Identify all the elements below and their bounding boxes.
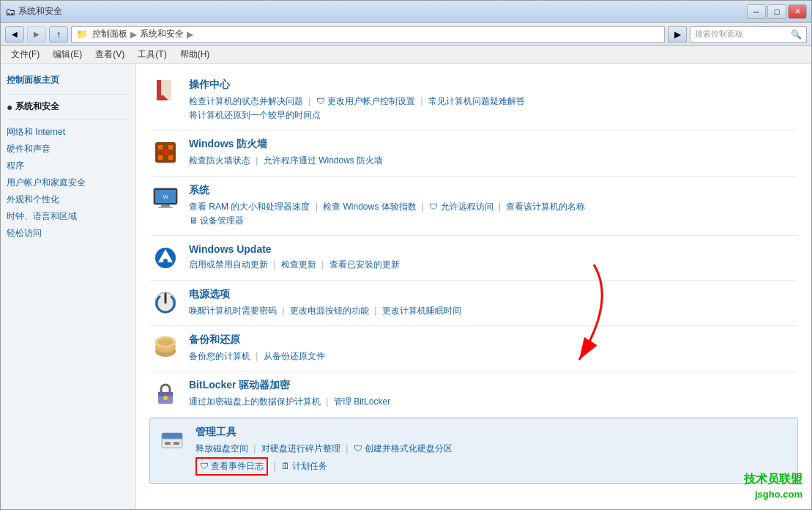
system-link-devmgr[interactable]: 🖥 设备管理器 xyxy=(189,215,244,226)
menu-file[interactable]: 文件(F) xyxy=(5,47,45,62)
address-bar: ◀ ▶ ↑ 📁 控制面板 ▶ 系统和安全 ▶ ▶ 搜索控制面板 🔍 xyxy=(1,23,811,46)
svg-point-24 xyxy=(158,339,173,346)
breadcrumb-root: 控制面板 xyxy=(92,28,127,40)
system-content: 系统 查看 RAM 的大小和处理器速度 | 检查 Windows 体验指数 | … xyxy=(189,184,797,228)
address-input[interactable]: 📁 控制面板 ▶ 系统和安全 ▶ xyxy=(71,26,665,42)
watermark: 技术员联盟jsgho.com xyxy=(744,472,802,500)
power-links: 唤醒计算机时需要密码 | 更改电源按钮的功能 | 更改计算机睡眠时间 xyxy=(189,304,797,318)
section-system: W 系统 查看 RAM 的大小和处理器速度 | 检查 Windows 体验指数 … xyxy=(151,177,797,236)
menu-bar: 文件(F) 编辑(E) 查看(V) 工具(T) 帮助(H) xyxy=(1,46,811,64)
admin-tools-icon xyxy=(157,426,187,455)
sidebar-current-label: 系统和安全 xyxy=(15,100,59,113)
window-controls: ─ □ ✕ xyxy=(747,4,807,19)
minimize-button[interactable]: ─ xyxy=(747,4,766,19)
sidebar-divider2 xyxy=(7,119,130,119)
section-windows-update: Windows Update 启用或禁用自动更新 | 检查更新 | 查看已安装的… xyxy=(151,236,797,281)
sidebar-home-link[interactable]: 控制面板主页 xyxy=(7,71,130,89)
power-link-button[interactable]: 更改电源按钮的功能 xyxy=(290,306,369,316)
forward-button[interactable]: ▶ xyxy=(27,26,46,42)
firewall-title[interactable]: Windows 防火墙 xyxy=(189,138,797,151)
system-link-ram[interactable]: 查看 RAM 的大小和处理器速度 xyxy=(189,202,310,212)
update-link-check[interactable]: 检查更新 xyxy=(281,259,316,270)
action-center-title[interactable]: 操作中心 xyxy=(189,78,797,92)
menu-help[interactable]: 帮助(H) xyxy=(174,47,216,62)
sidebar-item-programs[interactable]: 程序 xyxy=(7,158,130,174)
sidebar-item-hardware[interactable]: 硬件和声音 xyxy=(7,141,130,158)
system-icon: W xyxy=(151,184,180,213)
admin-link-eventlog[interactable]: 🛡 查看事件日志 xyxy=(200,461,264,471)
svg-rect-32 xyxy=(174,442,179,445)
sidebar-item-appearance[interactable]: 外观和个性化 xyxy=(7,191,130,208)
search-icon[interactable]: 🔍 xyxy=(791,29,802,40)
bitlocker-icon xyxy=(151,379,180,408)
action-center-link-check[interactable]: 检查计算机的状态并解决问题 xyxy=(189,96,303,106)
back-button[interactable]: ◀ xyxy=(5,26,24,42)
section-bitlocker: BitLocker 驱动器加密 通过加密磁盘上的数据保护计算机 | 管理 Bit… xyxy=(151,372,797,417)
svg-text:W: W xyxy=(163,193,168,200)
close-button[interactable]: ✕ xyxy=(788,4,807,19)
up-button[interactable]: ↑ xyxy=(49,26,68,42)
action-center-link-restore[interactable]: 将计算机还原到一个较早的时间点 xyxy=(189,110,321,120)
search-box[interactable]: 搜索控制面板 🔍 xyxy=(690,26,807,42)
sidebar-item-network[interactable]: 网络和 Internet xyxy=(7,124,130,141)
backup-icon xyxy=(151,333,180,363)
address-go-button[interactable]: ▶ xyxy=(668,26,687,42)
system-link-wex[interactable]: 检查 Windows 体验指数 xyxy=(323,202,416,212)
firewall-link-allow[interactable]: 允许程序通过 Windows 防火墙 xyxy=(264,155,383,166)
system-title[interactable]: 系统 xyxy=(189,184,797,197)
admin-link-taskscheduler[interactable]: 🗓 计划任务 xyxy=(281,461,327,471)
windows-update-title[interactable]: Windows Update xyxy=(189,243,797,255)
admin-link-defrag[interactable]: 对硬盘进行碎片整理 xyxy=(261,443,340,454)
section-firewall: Windows 防火墙 检查防火墙状态 | 允许程序通过 Windows 防火墙 xyxy=(151,130,797,176)
menu-tools[interactable]: 工具(T) xyxy=(132,47,172,62)
bitlocker-title[interactable]: BitLocker 驱动器加密 xyxy=(189,379,797,392)
action-center-link-troubleshoot[interactable]: 常见计算机问题疑难解答 xyxy=(428,96,525,106)
update-link-autoupdate[interactable]: 启用或禁用自动更新 xyxy=(189,259,268,270)
section-power: 电源选项 唤醒计算机时需要密码 | 更改电源按钮的功能 | 更改计算机睡眠时间 xyxy=(151,281,797,326)
sidebar-item-clock[interactable]: 时钟、语言和区域 xyxy=(7,208,130,225)
action-center-links: 检查计算机的状态并解决问题 | 🛡 更改用户帐户控制设置 | 常见计算机问题疑难… xyxy=(189,95,797,122)
backup-link-restore[interactable]: 从备份还原文件 xyxy=(264,351,325,361)
action-center-content: 操作中心 检查计算机的状态并解决问题 | 🛡 更改用户帐户控制设置 | 常见计算… xyxy=(189,78,797,122)
windows-update-icon xyxy=(151,243,180,273)
backup-title[interactable]: 备份和还原 xyxy=(189,333,797,347)
bitlocker-link-manage[interactable]: 管理 BitLocker xyxy=(334,396,390,407)
windows-update-links: 启用或禁用自动更新 | 检查更新 | 查看已安装的更新 xyxy=(189,258,797,272)
backup-links: 备份您的计算机 | 从备份还原文件 xyxy=(189,350,797,363)
power-icon xyxy=(151,288,180,317)
firewall-link-status[interactable]: 检查防火墙状态 xyxy=(189,155,250,166)
bitlocker-link-protect[interactable]: 通过加密磁盘上的数据保护计算机 xyxy=(189,396,321,407)
admin-tools-title[interactable]: 管理工具 xyxy=(195,426,790,439)
maximize-button[interactable]: □ xyxy=(767,4,786,19)
bitlocker-links: 通过加密磁盘上的数据保护计算机 | 管理 BitLocker xyxy=(189,395,797,409)
power-title[interactable]: 电源选项 xyxy=(189,288,797,301)
power-link-sleep[interactable]: 更改计算机睡眠时间 xyxy=(382,306,461,316)
menu-view[interactable]: 查看(V) xyxy=(89,47,130,62)
update-link-installed[interactable]: 查看已安装的更新 xyxy=(329,259,400,270)
svg-rect-14 xyxy=(161,204,170,207)
action-center-icon xyxy=(151,78,180,108)
system-link-remote[interactable]: 🛡 允许远程访问 xyxy=(429,202,493,212)
svg-rect-2 xyxy=(157,80,161,100)
windows-update-content: Windows Update 启用或禁用自动更新 | 检查更新 | 查看已安装的… xyxy=(189,243,797,272)
backup-link-backup[interactable]: 备份您的计算机 xyxy=(189,351,250,361)
content-area: 控制面板主页 ● 系统和安全 网络和 Internet 硬件和声音 程序 用户帐… xyxy=(1,64,811,509)
bitlocker-content: BitLocker 驱动器加密 通过加密磁盘上的数据保护计算机 | 管理 Bit… xyxy=(189,379,797,409)
power-link-wakeup[interactable]: 唤醒计算机时需要密码 xyxy=(189,306,277,316)
action-center-link-uac[interactable]: 🛡 更改用户帐户控制设置 xyxy=(316,96,415,106)
svg-rect-29 xyxy=(162,433,182,439)
admin-link-partition[interactable]: 🛡 创建并格式化硬盘分区 xyxy=(354,443,452,454)
firewall-links: 检查防火墙状态 | 允许程序通过 Windows 防火墙 xyxy=(189,154,797,168)
title-bar: 🗂 系统和安全 ─ □ ✕ xyxy=(1,1,811,23)
power-content: 电源选项 唤醒计算机时需要密码 | 更改电源按钮的功能 | 更改计算机睡眠时间 xyxy=(189,288,797,318)
menu-edit[interactable]: 编辑(E) xyxy=(47,47,88,62)
sidebar-item-ease[interactable]: 轻松访问 xyxy=(7,225,130,242)
backup-content: 备份和还原 备份您的计算机 | 从备份还原文件 xyxy=(189,333,797,363)
sidebar-item-users[interactable]: 用户帐户和家庭安全 xyxy=(7,174,130,191)
section-backup: 备份和还原 备份您的计算机 | 从备份还原文件 xyxy=(151,326,797,372)
svg-point-19 xyxy=(163,259,168,263)
window-icon: 🗂 xyxy=(5,6,15,18)
system-link-name[interactable]: 查看该计算机的名称 xyxy=(506,202,585,212)
admin-link-disk-clean[interactable]: 释放磁盘空间 xyxy=(195,443,248,454)
svg-rect-31 xyxy=(165,442,171,445)
